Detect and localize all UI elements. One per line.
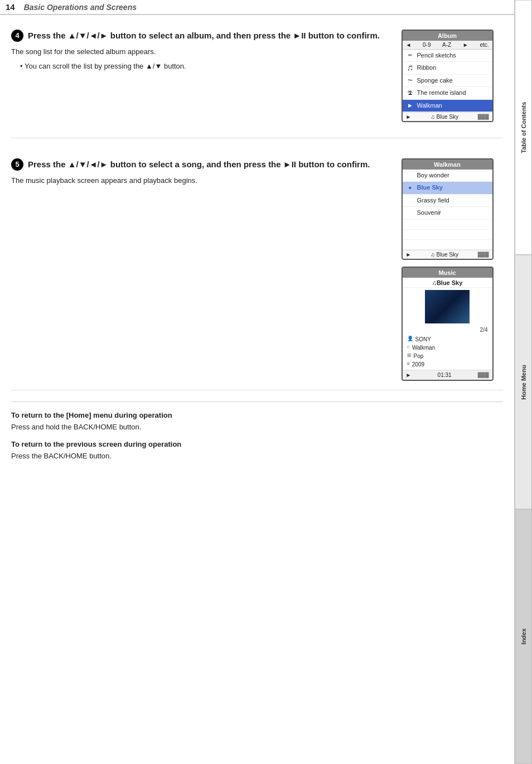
step-5-title-text: Press the ▲/▼/◄/► button to select a son… bbox=[28, 158, 380, 170]
list-item-ribbon: 🎵 Ribbon bbox=[403, 62, 492, 74]
boy-wonder-icon bbox=[406, 172, 415, 180]
screen-2-play-icon: ► bbox=[406, 252, 412, 258]
screen-1-list: ✏ Pencil sketchs 🎵 Ribbon 〜 Sponge cake … bbox=[403, 50, 492, 112]
tip-1-body: Press and hold the BACK/HOME button. bbox=[11, 422, 503, 433]
step-5-section: 5 Press the ▲/▼/◄/► button to select a s… bbox=[11, 149, 503, 390]
nav-right-arrow: ► bbox=[463, 42, 468, 48]
screen-2-songs: Walkman Boy wonder ■ Blue Sky Grassy fie… bbox=[402, 158, 494, 260]
list-item-island: 🏝 The remote island bbox=[403, 87, 492, 99]
screen-3-music: Music ♫Blue Sky 2/4 👤 SONY ○ Walkman bbox=[402, 267, 494, 381]
list-item-sponge: 〜 Sponge cake bbox=[403, 75, 492, 87]
pencil-icon: ✏ bbox=[406, 52, 415, 60]
screen-2-footer: ► ♫ Blue Sky ▓▓▓ bbox=[403, 250, 492, 259]
step-5-left: 5 Press the ▲/▼/◄/► button to select a s… bbox=[11, 158, 391, 381]
sidebar-tab-home[interactable]: Home Menu bbox=[515, 255, 532, 510]
screen-3-time: 01:31 bbox=[438, 372, 452, 378]
sidebar-tab-index[interactable]: Index bbox=[515, 509, 532, 764]
list-item-empty3 bbox=[403, 240, 492, 250]
screen-3-header: Music bbox=[403, 268, 492, 278]
list-item-blue-sky-label: Blue Sky bbox=[417, 183, 443, 192]
souvenir-icon bbox=[406, 209, 415, 217]
list-item-boy-wonder-label: Boy wonder bbox=[417, 171, 449, 180]
list-item-blue-sky: ■ Blue Sky bbox=[403, 182, 492, 194]
step-4-body: The song list for the selected album app… bbox=[11, 46, 380, 57]
tip-2: To return to the previous screen during … bbox=[11, 440, 503, 462]
sponge-icon: 〜 bbox=[406, 76, 415, 84]
step-5-body: The music playback screen appears and pl… bbox=[11, 175, 380, 186]
list-item-grassy-label: Grassy field bbox=[417, 196, 449, 205]
year-icon: ≡ bbox=[407, 360, 410, 368]
list-item-souvenir-label: Souvenir bbox=[417, 209, 441, 217]
right-sidebar: Table of Contents Home Menu Index bbox=[514, 0, 532, 764]
list-item-boy-wonder: Boy wonder bbox=[403, 170, 492, 182]
screen-1-album: Album ◄ 0-9 A-Z ► etc. ✏ Pencil sketchs … bbox=[402, 30, 494, 122]
list-item-pencil: ✏ Pencil sketchs bbox=[403, 50, 492, 62]
page-number: 14 bbox=[6, 2, 15, 12]
list-item-sponge-label: Sponge cake bbox=[417, 76, 453, 85]
step-5-circle: 5 bbox=[11, 158, 23, 171]
main-content: 4 Press the ▲/▼/◄/► button to select an … bbox=[0, 15, 514, 481]
screen-1-now-playing: ♫ Blue Sky bbox=[431, 114, 458, 120]
tip-2-body: Press the BACK/HOME button. bbox=[11, 451, 503, 462]
island-icon: 🏝 bbox=[406, 89, 415, 97]
screen-3-album-art bbox=[425, 290, 470, 323]
screen-2-header: Walkman bbox=[403, 159, 492, 170]
step-4-bullet: You can scroll the list by pressing the … bbox=[11, 61, 380, 72]
grassy-icon bbox=[406, 196, 415, 204]
meta-album: Walkman bbox=[412, 344, 435, 352]
list-item-walkman-label: Walkman bbox=[417, 101, 442, 110]
list-item-empty1 bbox=[403, 220, 492, 230]
tips-section: To return to the [Home] menu during oper… bbox=[11, 402, 503, 462]
screen-3-song-title: ♫Blue Sky bbox=[403, 278, 492, 288]
genre-icon: ⊞ bbox=[407, 352, 412, 360]
nav-left-arrow: ◄ bbox=[406, 42, 412, 48]
screen-3-footer: ► 01:31 ▓▓▓ bbox=[403, 370, 492, 380]
nav-a-z: A-Z bbox=[442, 42, 451, 48]
screen-3-play-icon: ► bbox=[406, 372, 412, 378]
blue-sky-icon: ■ bbox=[406, 184, 415, 192]
list-item-grassy: Grassy field bbox=[403, 195, 492, 207]
list-item-walkman: ▶ Walkman bbox=[403, 100, 492, 112]
artist-icon: 👤 bbox=[407, 335, 413, 343]
meta-artist: SONY bbox=[415, 335, 431, 344]
list-item-souvenir: Souvenir bbox=[403, 207, 492, 219]
meta-year: 2009 bbox=[412, 360, 424, 369]
screen-1-nav: ◄ 0-9 A-Z ► etc. bbox=[403, 41, 492, 50]
step-5-right: Walkman Boy wonder ■ Blue Sky Grassy fie… bbox=[391, 158, 503, 381]
list-item-empty2 bbox=[403, 230, 492, 240]
screen-3-track-num: 2/4 bbox=[403, 326, 492, 334]
screen-2-now-playing: ♫ Blue Sky bbox=[431, 252, 458, 258]
step-4-right: Album ◄ 0-9 A-Z ► etc. ✏ Pencil sketchs … bbox=[391, 30, 503, 129]
battery-3-icon: ▓▓▓ bbox=[478, 372, 489, 378]
step-4-title-text: Press the ▲/▼/◄/► button to select an al… bbox=[28, 30, 380, 41]
screen-1-header: Album bbox=[403, 31, 492, 41]
meta-row-artist: 👤 SONY bbox=[407, 335, 488, 344]
album-art-inner bbox=[425, 290, 470, 323]
meta-row-year: ≡ 2009 bbox=[407, 360, 488, 369]
ribbon-icon: 🎵 bbox=[406, 64, 415, 72]
battery-1-icon: ▓▓▓ bbox=[478, 114, 489, 119]
page-header: 14 Basic Operations and Screens bbox=[0, 0, 532, 15]
tip-1-title: To return to the [Home] menu during oper… bbox=[11, 411, 503, 419]
walkman-icon: ▶ bbox=[406, 101, 415, 109]
meta-row-album: ○ Walkman bbox=[407, 344, 488, 352]
battery-2-icon: ▓▓▓ bbox=[478, 252, 489, 257]
step-4-circle: 4 bbox=[11, 30, 23, 42]
nav-0-9: 0-9 bbox=[423, 42, 431, 48]
step-4-left: 4 Press the ▲/▼/◄/► button to select an … bbox=[11, 30, 391, 129]
step-5-title: 5 Press the ▲/▼/◄/► button to select a s… bbox=[11, 158, 380, 171]
list-item-island-label: The remote island bbox=[417, 89, 466, 97]
tip-2-title: To return to the previous screen during … bbox=[11, 440, 503, 448]
step-4-title: 4 Press the ▲/▼/◄/► button to select an … bbox=[11, 30, 380, 42]
list-item-pencil-label: Pencil sketchs bbox=[417, 51, 456, 60]
page-title: Basic Operations and Screens bbox=[24, 3, 137, 12]
step-4-section: 4 Press the ▲/▼/◄/► button to select an … bbox=[11, 21, 503, 138]
nav-etc: etc. bbox=[480, 42, 489, 48]
meta-genre: Pop bbox=[414, 352, 424, 360]
screen-3-meta: 👤 SONY ○ Walkman ⊞ Pop ≡ 2009 bbox=[403, 334, 492, 370]
sidebar-tab-toc[interactable]: Table of Contents bbox=[515, 0, 532, 255]
meta-row-genre: ⊞ Pop bbox=[407, 352, 488, 360]
tip-1: To return to the [Home] menu during oper… bbox=[11, 411, 503, 433]
list-item-ribbon-label: Ribbon bbox=[417, 64, 437, 72]
screen-1-play-icon: ► bbox=[406, 114, 412, 120]
